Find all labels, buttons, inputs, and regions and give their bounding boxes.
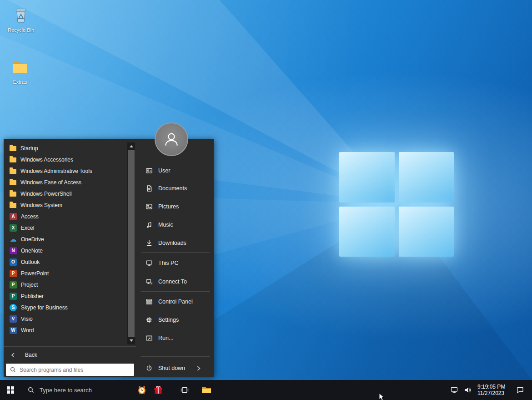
start-program-windows-accessories[interactable]: Windows Accessories — [4, 154, 126, 165]
program-label: Publisher — [21, 293, 44, 299]
menu-item-label: Music — [158, 222, 173, 228]
speaker-icon — [464, 386, 472, 394]
menu-item-user[interactable]: User — [140, 164, 212, 177]
menu-item-label: User — [158, 167, 170, 174]
program-label: Access — [21, 213, 39, 220]
scroll-up-arrow[interactable] — [127, 142, 135, 150]
action-center-button[interactable] — [511, 380, 529, 400]
menu-item-documents[interactable]: Documents — [140, 182, 212, 195]
menu-item-label: This PC — [158, 260, 178, 266]
menu-item-label: Downloads — [158, 240, 186, 246]
task-view-button[interactable] — [174, 380, 196, 400]
settings-gear-icon — [146, 316, 153, 324]
start-program-outlook[interactable]: OOutlook — [4, 256, 126, 268]
alarm-clock-tray-icon[interactable] — [134, 380, 150, 400]
gift-icon — [153, 385, 163, 395]
menu-item-downloads[interactable]: Downloads — [140, 237, 212, 249]
word-icon: W — [10, 327, 17, 334]
documents-icon — [146, 185, 153, 192]
program-label: Startup — [20, 145, 38, 152]
visio-icon: V — [10, 315, 17, 323]
start-program-windows-powershell[interactable]: Windows PowerShell — [4, 188, 126, 199]
program-label: PowerPoint — [21, 270, 49, 277]
divider — [4, 346, 136, 347]
desktop-icon-label: Recycle Bin — [3, 27, 39, 33]
powerpoint-icon: P — [10, 270, 17, 277]
start-program-onenote[interactable]: NOneNote — [4, 245, 126, 256]
start-program-windows-ease-of-access[interactable]: Windows Ease of Access — [4, 177, 126, 188]
start-program-onedrive[interactable]: ☁OneDrive — [4, 233, 126, 245]
triangle-down-icon — [130, 339, 133, 342]
start-menu: Startup Windows Accessories Windows Admi… — [4, 139, 214, 377]
gift-tray-icon[interactable] — [150, 380, 166, 400]
menu-item-label: Settings — [158, 317, 179, 323]
windows-flag-icon — [7, 386, 14, 394]
start-program-powerpoint[interactable]: PPowerPoint — [4, 268, 126, 279]
folder-icon — [10, 192, 16, 197]
recycle-bin-icon — [10, 4, 32, 25]
program-label: Windows Administrative Tools — [20, 168, 92, 174]
start-button[interactable] — [0, 380, 21, 400]
desktop-screen: Recycle Bin Extras Startup Windows Acces… — [0, 0, 532, 400]
menu-separator — [141, 356, 210, 357]
start-program-visio[interactable]: VVisio — [4, 313, 126, 324]
desktop-icon-extras[interactable]: Extras — [2, 56, 38, 85]
file-explorer-button[interactable] — [196, 380, 217, 400]
start-program-access[interactable]: AAccess — [4, 211, 126, 222]
downloads-icon — [146, 239, 153, 247]
scroll-down-arrow[interactable] — [127, 337, 135, 344]
scrollbar[interactable] — [127, 142, 135, 344]
program-label: Visio — [21, 316, 33, 322]
windows-logo — [339, 152, 454, 257]
menu-item-control-panel[interactable]: Control Panel — [140, 295, 212, 308]
program-label: Project — [21, 282, 38, 288]
folder-icon — [10, 169, 16, 174]
clock-date: 11/27/2023 — [477, 390, 511, 396]
network-icon — [450, 386, 458, 394]
start-program-windows-administrative-tools[interactable]: Windows Administrative Tools — [4, 165, 126, 177]
music-icon — [146, 221, 153, 228]
taskbar-clock[interactable]: 9:19:05 PM 11/27/2023 — [475, 384, 511, 396]
start-programs-list: Startup Windows Accessories Windows Admi… — [4, 142, 126, 336]
power-icon — [146, 365, 153, 372]
program-label: Windows Ease of Access — [20, 179, 81, 186]
shutdown-button[interactable]: Shut down — [140, 362, 212, 375]
volume-tray-icon[interactable] — [461, 380, 475, 400]
user-avatar[interactable] — [155, 122, 188, 156]
person-icon — [162, 130, 181, 149]
chevron-left-icon — [11, 353, 15, 358]
network-tray-icon[interactable] — [447, 380, 461, 400]
menu-separator — [141, 252, 210, 253]
shutdown-label: Shut down — [158, 365, 185, 371]
menu-item-connect-to[interactable]: Connect To — [140, 275, 212, 288]
taskbar: 9:19:05 PM 11/27/2023 — [0, 380, 532, 400]
menu-item-settings[interactable]: Settings — [140, 314, 212, 326]
project-icon: P — [10, 281, 17, 289]
start-program-windows-system[interactable]: Windows System — [4, 199, 126, 211]
start-program-startup[interactable]: Startup — [4, 142, 126, 154]
menu-item-this-pc[interactable]: This PC — [140, 257, 212, 269]
outlook-icon: O — [10, 258, 17, 266]
menu-item-label: Pictures — [158, 203, 179, 210]
start-program-excel[interactable]: XExcel — [4, 222, 126, 233]
start-program-skype-for-business[interactable]: SSkype for Business — [4, 302, 126, 313]
chevron-right-icon — [197, 366, 201, 371]
start-program-word[interactable]: WWord — [4, 324, 126, 336]
back-button[interactable]: Back — [4, 348, 136, 362]
start-program-project[interactable]: PProject — [4, 279, 126, 290]
menu-item-music[interactable]: Music — [140, 218, 212, 231]
scrollbar-thumb[interactable] — [128, 150, 135, 337]
folder-icon — [9, 56, 31, 77]
back-label: Back — [25, 352, 37, 358]
pictures-icon — [146, 203, 153, 210]
desktop-icon-recycle-bin[interactable]: Recycle Bin — [3, 4, 39, 33]
taskbar-search-box[interactable] — [21, 380, 134, 400]
start-search-input[interactable] — [20, 367, 130, 373]
start-search-box[interactable] — [6, 364, 134, 376]
taskbar-search-input[interactable] — [40, 387, 127, 394]
user-icon — [146, 167, 153, 174]
menu-item-run[interactable]: Run... — [140, 332, 212, 344]
windows-logo-pane — [399, 207, 454, 257]
start-program-publisher[interactable]: PPublisher — [4, 290, 126, 302]
menu-item-pictures[interactable]: Pictures — [140, 200, 212, 213]
